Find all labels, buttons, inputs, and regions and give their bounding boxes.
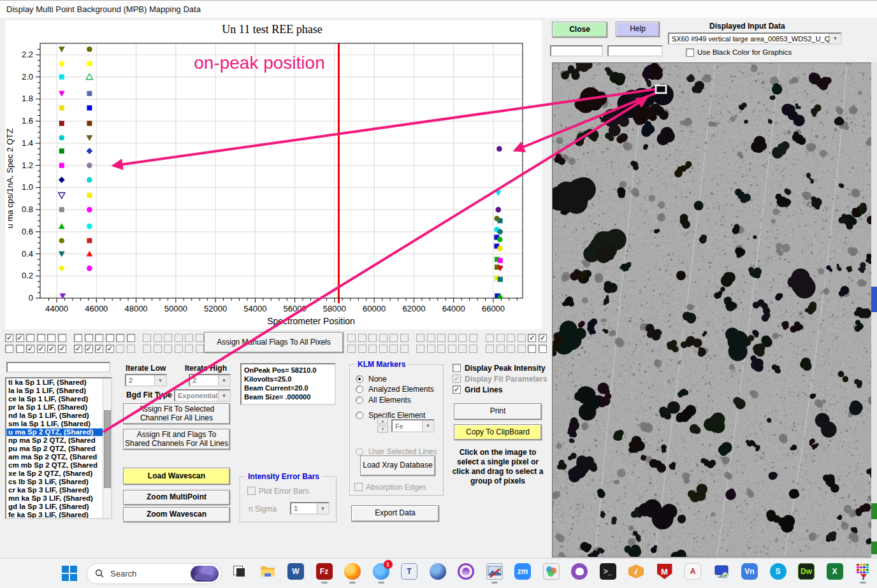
search-input[interactable]: Search [87, 563, 222, 584]
bse-sample-image[interactable] [552, 62, 877, 557]
pixel-flag-checkbox[interactable]: ✓ [95, 345, 103, 353]
quill-app-icon[interactable] [628, 563, 644, 584]
spinner-up-icon[interactable]: ▲ [377, 417, 388, 424]
dreamweaver-icon[interactable]: Dw [798, 563, 815, 584]
spinner-down-icon[interactable]: ▼ [377, 426, 388, 433]
file-explorer-icon[interactable] [259, 563, 276, 584]
channel-list-item[interactable]: mn ka Sp 3 LIF, (Shared) [6, 494, 111, 503]
pixel-flag-checkbox[interactable]: ✓ [58, 345, 66, 353]
app-sphere-blue-icon[interactable] [430, 563, 446, 584]
pixel-flag-checkbox[interactable] [47, 334, 55, 342]
pixel-flag-checkbox[interactable] [26, 334, 34, 342]
status-field-2[interactable] [607, 45, 663, 57]
pixel-flag-checkbox[interactable]: ✓ [16, 334, 24, 342]
display-option-checkbox[interactable] [453, 364, 461, 372]
specific-element-dropdown[interactable]: Fe ▼ [391, 419, 435, 433]
chevron-down-icon[interactable]: ▼ [829, 34, 841, 43]
assign-fit-shared-button[interactable]: Assign Fit and Flags To Shared Channels … [123, 429, 230, 450]
pixel-flag-checkbox[interactable] [127, 334, 135, 342]
pixel-flag-checkbox[interactable] [116, 334, 124, 342]
assign-fit-selected-button[interactable]: Assign Fit To Selected Channel For All L… [123, 403, 230, 424]
zoom-icon[interactable]: zm [514, 563, 531, 584]
channel-list-item[interactable]: pr la Sp 1 LIF, (Shared) [6, 403, 111, 412]
pixel-flag-checkbox[interactable] [85, 334, 93, 342]
export-data-button[interactable]: Export Data [351, 505, 439, 522]
remote-desktop-icon[interactable] [713, 563, 730, 584]
channel-list-item[interactable]: nd la Sp 1 LIF, (Shared) [6, 412, 111, 420]
plot-error-bars-checkbox[interactable] [247, 487, 256, 495]
channel-list-item[interactable]: gd la Sp 3 LIF, (Shared) [6, 503, 111, 511]
mpb-chart-panel[interactable]: 4400046000480005000052000540005600058000… [5, 20, 542, 329]
acrobat-icon[interactable]: A [685, 563, 701, 584]
pixel-flag-checkbox[interactable] [58, 334, 66, 342]
channel-list-item[interactable]: cr ka Sp 3 LIF, (Shared) [6, 486, 111, 494]
word-icon[interactable]: W [287, 563, 304, 584]
zoom-wavescan-button[interactable]: Zoom Wavescan [123, 507, 230, 522]
listbox-scrollbar[interactable] [103, 378, 111, 518]
terminal-icon[interactable]: >_ [600, 563, 616, 584]
skype-icon[interactable]: S [770, 563, 786, 584]
search-daily-image[interactable] [191, 566, 219, 582]
help-button[interactable]: Help [616, 22, 660, 37]
absorption-edges-checkbox[interactable] [354, 483, 363, 491]
pixel-flag-checkbox[interactable]: ✓ [5, 334, 13, 342]
load-xray-database-button[interactable]: Load Xray Database [360, 455, 435, 476]
channel-list-item[interactable]: pu ma Sp 2 QTZ, (Shared [6, 445, 111, 453]
channel-list-item[interactable]: np ma Sp 2 QTZ, (Shared [6, 436, 111, 445]
status-field-1[interactable] [550, 45, 603, 57]
mcafee-icon[interactable]: M [656, 563, 673, 584]
pixel-flag-checkbox[interactable]: ✓ [37, 345, 45, 353]
image-viewer-icon[interactable] [486, 563, 503, 584]
spectrometer-scatter-chart[interactable]: 4400046000480005000052000540005600058000… [5, 20, 542, 329]
probe-epma-icon[interactable] [855, 563, 871, 584]
channel-list-item[interactable]: u ma Sp 2 QTZ, (Shared) [6, 428, 111, 436]
firefox-icon[interactable] [344, 563, 361, 584]
channel-list-item[interactable]: ce la Sp 1 LIF, (Shared) [6, 395, 111, 403]
channel-list-item[interactable]: sm la Sp 1 LIF, (Shared) [6, 420, 111, 428]
pixel-flag-checkbox[interactable] [37, 334, 45, 342]
thunderbird-icon[interactable]: 1 [373, 563, 389, 584]
copy-to-clipboard-button[interactable]: Copy To ClipBoard [454, 424, 542, 440]
textpad-icon[interactable]: T [401, 563, 417, 584]
iterate-low-dropdown[interactable]: 2 ▼ [125, 374, 167, 387]
github-icon[interactable] [571, 563, 588, 584]
display-option-checkbox[interactable]: ✓ [453, 385, 461, 394]
pixel-flag-checkbox[interactable]: ✓ [74, 345, 82, 353]
iterate-high-dropdown[interactable]: 2 ▼ [189, 374, 231, 387]
pixel-flag-checkbox[interactable] [95, 334, 103, 342]
element-spinner[interactable]: ▲ ▼ [377, 417, 388, 433]
pixel-flag-checkbox[interactable]: ✓ [26, 345, 34, 353]
pixel-flag-checkbox[interactable]: ✓ [106, 345, 114, 353]
channel-list-item[interactable]: ti ka Sp 1 LIF, (Shared) [6, 378, 111, 387]
app-sphere-purple-icon[interactable] [458, 563, 474, 584]
pixel-flag-checkbox[interactable] [539, 345, 547, 353]
pixel-flag-checkbox[interactable]: ✓ [47, 345, 55, 353]
load-wavescan-button[interactable]: Load Wavescan [123, 468, 230, 485]
channel-filter-field[interactable] [6, 362, 110, 373]
pixel-flag-checkbox[interactable]: ✓ [539, 334, 547, 342]
pixel-flag-checkbox[interactable] [106, 334, 114, 342]
assign-manual-flags-button[interactable]: Assign Manual Flags To All Pixels [204, 332, 344, 353]
close-button[interactable]: Close [552, 22, 607, 38]
pixel-flag-checkbox[interactable] [5, 345, 13, 353]
n-sigma-dropdown[interactable]: 1 ▼ [290, 502, 330, 515]
channel-list-item[interactable]: cs lb Sp 3 LIF, (Shared) [6, 478, 111, 486]
pixel-flag-checkbox[interactable]: ✓ [85, 345, 93, 353]
pixel-flag-checkbox[interactable] [16, 345, 24, 353]
pixel-flag-checkbox[interactable]: ✓ [528, 334, 536, 342]
filezilla-icon[interactable]: Fz [316, 563, 333, 584]
channel-list-item[interactable]: fe ka Sp 3 LIF, (Shared) [6, 511, 111, 519]
klm-radio-specific-element[interactable] [356, 412, 363, 419]
klm-radio-user-selected-lines[interactable] [356, 448, 363, 455]
vnc-icon[interactable]: Vn [741, 563, 758, 584]
channel-listbox[interactable]: ti ka Sp 1 LIF, (Shared)la la Sp 1 LIF, … [5, 377, 112, 519]
klm-radio-analyzed-elements[interactable] [356, 385, 363, 393]
channel-list-item[interactable]: la la Sp 1 LIF, (Shared) [6, 387, 111, 395]
start-button-icon[interactable] [61, 565, 78, 582]
graphics-app-icon[interactable] [543, 563, 560, 584]
channel-list-item[interactable]: xe la Sp 2 QTZ, (Shared) [6, 470, 111, 478]
klm-radio-none[interactable] [356, 375, 363, 383]
channel-list-item[interactable]: cm mb Sp 2 QTZ, (Shared [6, 461, 111, 470]
bgd-fit-type-dropdown[interactable]: Exponential ▼ [174, 389, 231, 402]
listbox-scrollbar-thumb[interactable] [104, 410, 111, 488]
